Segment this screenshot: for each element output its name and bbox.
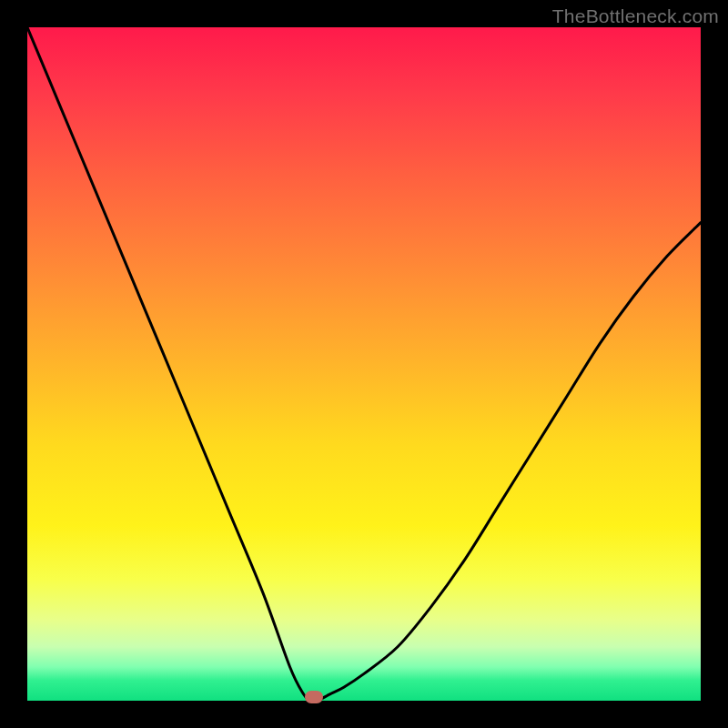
bottleneck-curve-path	[27, 27, 701, 701]
minimum-marker	[305, 691, 323, 703]
curve-svg	[27, 27, 701, 701]
watermark-text: TheBottleneck.com	[552, 5, 719, 27]
chart-frame: TheBottleneck.com	[0, 0, 728, 728]
plot-area	[27, 27, 701, 701]
